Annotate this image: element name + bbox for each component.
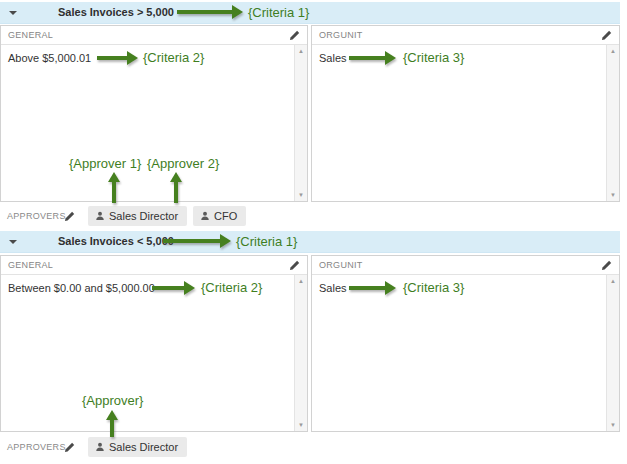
approvers-label: APPROVERS: [7, 211, 64, 221]
approvers-row-1: APPROVERS Sales Director CFO: [0, 204, 252, 228]
criteria-3-annotation: {Criteria 3}: [403, 280, 464, 295]
approver-chip[interactable]: Sales Director: [88, 206, 187, 226]
scroll-down-icon[interactable]: ▼: [610, 192, 616, 198]
scroll-up-icon[interactable]: ▲: [298, 278, 304, 284]
approver-2-arrow: [169, 172, 182, 203]
approver-name: Sales Director: [109, 441, 178, 453]
approvers-label: APPROVERS: [7, 442, 64, 452]
approval-rules-screen: Sales Invoices > 5,000 GENERAL Above $5,…: [0, 0, 627, 464]
scrollbar[interactable]: ▲ ▼: [294, 45, 307, 201]
edit-pencil-icon[interactable]: [64, 211, 75, 222]
orgunit-criteria-value: Sales: [319, 52, 347, 64]
criteria-2-arrow: [152, 281, 195, 295]
collapse-caret-icon[interactable]: [9, 11, 17, 15]
orgunit-criteria-value: Sales: [319, 282, 347, 294]
approvers-row-2: APPROVERS Sales Director: [0, 435, 193, 459]
scroll-up-icon[interactable]: ▲: [610, 48, 616, 54]
panel-title: GENERAL: [8, 30, 53, 40]
general-panel-1-header: GENERAL: [1, 26, 307, 45]
rule-header-1[interactable]: Sales Invoices > 5,000: [0, 2, 620, 24]
rule-title-1: Sales Invoices > 5,000: [58, 2, 174, 23]
general-panel-1-body: Above $5,000.01 ▲ ▼: [1, 45, 307, 201]
general-panel-2-header: GENERAL: [1, 256, 307, 275]
edit-pencil-icon[interactable]: [601, 30, 612, 41]
scrollbar[interactable]: ▲ ▼: [606, 45, 619, 201]
person-icon: [95, 211, 105, 221]
scroll-down-icon[interactable]: ▼: [298, 192, 304, 198]
scroll-up-icon[interactable]: ▲: [298, 48, 304, 54]
general-criteria-value: Above $5,000.01: [8, 52, 91, 64]
person-icon: [200, 211, 210, 221]
rule-header-2[interactable]: Sales Invoices < 5,000: [0, 231, 620, 253]
panel-title: ORGUNIT: [319, 30, 363, 40]
approver-chip[interactable]: CFO: [193, 206, 246, 226]
general-criteria-value: Between $0.00 and $5,000.00: [8, 282, 155, 294]
approver-name: Sales Director: [109, 210, 178, 222]
approver-chip[interactable]: Sales Director: [88, 437, 187, 457]
orgunit-panel-2-body: Sales ▲ ▼: [312, 275, 619, 431]
panel-title: GENERAL: [8, 260, 53, 270]
general-panel-2-body: Between $0.00 and $5,000.00 ▲ ▼: [1, 275, 307, 431]
criteria-1-annotation: {Criteria 1}: [236, 234, 297, 249]
criteria-2-annotation: {Criteria 2}: [201, 280, 262, 295]
criteria-2-arrow: [97, 51, 138, 65]
criteria-1-arrow: [177, 5, 243, 19]
scrollbar[interactable]: ▲ ▼: [294, 275, 307, 431]
scroll-up-icon[interactable]: ▲: [610, 278, 616, 284]
approver-2-annotation: {Approver 2}: [147, 156, 219, 171]
approver-name: CFO: [214, 210, 237, 222]
criteria-3-annotation: {Criteria 3}: [403, 50, 464, 65]
criteria-2-annotation: {Criteria 2}: [143, 50, 204, 65]
edit-pencil-icon[interactable]: [289, 30, 300, 41]
approver-annotation: {Approver}: [82, 393, 143, 408]
edit-pencil-icon[interactable]: [289, 260, 300, 271]
scroll-down-icon[interactable]: ▼: [610, 422, 616, 428]
approver-1-annotation: {Approver 1}: [69, 156, 141, 171]
edit-pencil-icon[interactable]: [64, 442, 75, 453]
criteria-1-annotation: {Criteria 1}: [248, 5, 309, 20]
rule-title-2: Sales Invoices < 5,000: [58, 231, 174, 252]
approver-arrow: [105, 410, 118, 437]
collapse-caret-icon[interactable]: [9, 240, 17, 244]
orgunit-panel-1-header: ORGUNIT: [312, 26, 619, 45]
edit-pencil-icon[interactable]: [601, 260, 612, 271]
orgunit-panel-2-header: ORGUNIT: [312, 256, 619, 275]
orgunit-panel-1-body: Sales ▲ ▼: [312, 45, 619, 201]
person-icon: [95, 442, 105, 452]
criteria-3-arrow: [349, 281, 396, 295]
scrollbar[interactable]: ▲ ▼: [606, 275, 619, 431]
scroll-down-icon[interactable]: ▼: [298, 422, 304, 428]
approver-1-arrow: [107, 172, 120, 203]
criteria-3-arrow: [349, 51, 396, 65]
panel-title: ORGUNIT: [319, 260, 363, 270]
criteria-1-arrow: [163, 234, 231, 248]
